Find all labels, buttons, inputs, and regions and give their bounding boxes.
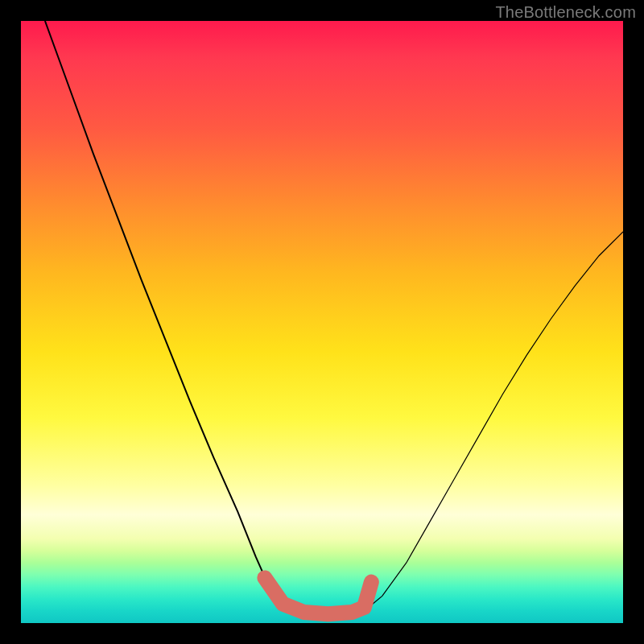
- plot-area: [21, 21, 623, 623]
- highlight-sausage: [265, 578, 371, 614]
- curve-right: [364, 232, 623, 611]
- curve-left: [45, 21, 292, 611]
- curve-layer: [21, 21, 623, 623]
- outer-frame: TheBottleneck.com: [0, 0, 644, 644]
- watermark-text: TheBottleneck.com: [495, 3, 636, 22]
